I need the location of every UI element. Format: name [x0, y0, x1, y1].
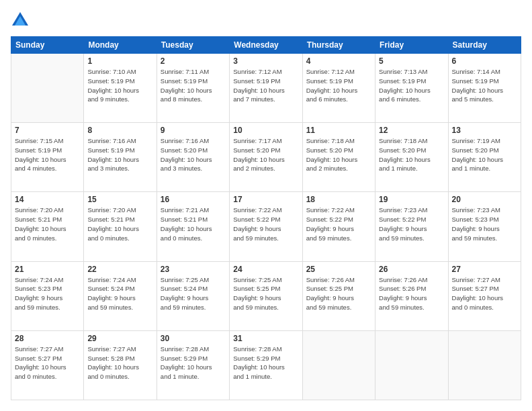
week-row-3: 14Sunrise: 7:20 AMSunset: 5:21 PMDayligh… — [11, 192, 521, 261]
day-info: Sunrise: 7:20 AMSunset: 5:21 PMDaylight:… — [87, 205, 152, 242]
day-number: 5 — [379, 56, 444, 66]
weekday-header-row: SundayMondayTuesdayWednesdayThursdayFrid… — [11, 37, 521, 54]
day-info: Sunrise: 7:24 AMSunset: 5:24 PMDaylight:… — [87, 275, 152, 312]
week-row-5: 28Sunrise: 7:27 AMSunset: 5:27 PMDayligh… — [11, 330, 521, 400]
day-info: Sunrise: 7:26 AMSunset: 5:26 PMDaylight:… — [379, 275, 444, 312]
day-info: Sunrise: 7:12 AMSunset: 5:19 PMDaylight:… — [306, 67, 371, 104]
calendar-cell: 6Sunrise: 7:14 AMSunset: 5:19 PMDaylight… — [448, 54, 521, 123]
day-info: Sunrise: 7:12 AMSunset: 5:19 PMDaylight:… — [233, 67, 298, 104]
calendar-cell: 15Sunrise: 7:20 AMSunset: 5:21 PMDayligh… — [84, 192, 157, 261]
calendar-cell: 25Sunrise: 7:26 AMSunset: 5:25 PMDayligh… — [302, 261, 375, 330]
day-number: 30 — [161, 334, 226, 343]
calendar-cell: 1Sunrise: 7:10 AMSunset: 5:19 PMDaylight… — [84, 54, 157, 123]
day-info: Sunrise: 7:27 AMSunset: 5:27 PMDaylight:… — [15, 345, 80, 381]
day-info: Sunrise: 7:21 AMSunset: 5:21 PMDaylight:… — [161, 205, 226, 242]
day-number: 24 — [233, 265, 298, 274]
calendar-cell: 30Sunrise: 7:28 AMSunset: 5:29 PMDayligh… — [157, 330, 229, 400]
day-number: 29 — [87, 334, 152, 343]
calendar-cell: 29Sunrise: 7:27 AMSunset: 5:28 PMDayligh… — [84, 330, 157, 400]
day-number: 31 — [233, 334, 298, 343]
day-info: Sunrise: 7:28 AMSunset: 5:29 PMDaylight:… — [161, 345, 226, 381]
day-info: Sunrise: 7:10 AMSunset: 5:19 PMDaylight:… — [87, 67, 152, 104]
day-info: Sunrise: 7:27 AMSunset: 5:27 PMDaylight:… — [452, 275, 517, 312]
day-info: Sunrise: 7:13 AMSunset: 5:19 PMDaylight:… — [379, 67, 444, 104]
calendar-cell: 10Sunrise: 7:17 AMSunset: 5:20 PMDayligh… — [230, 123, 302, 192]
day-number: 22 — [87, 265, 152, 274]
day-number: 15 — [87, 195, 152, 204]
day-number: 1 — [87, 56, 152, 66]
calendar-cell: 11Sunrise: 7:18 AMSunset: 5:20 PMDayligh… — [302, 123, 375, 192]
weekday-header-sunday: Sunday — [11, 37, 84, 54]
weekday-header-friday: Friday — [375, 37, 448, 54]
day-number: 17 — [233, 195, 298, 204]
day-number: 11 — [306, 126, 371, 135]
day-number: 8 — [87, 126, 152, 135]
day-number: 7 — [15, 126, 80, 135]
day-info: Sunrise: 7:26 AMSunset: 5:25 PMDaylight:… — [306, 275, 371, 312]
day-info: Sunrise: 7:16 AMSunset: 5:20 PMDaylight:… — [161, 136, 226, 173]
day-info: Sunrise: 7:18 AMSunset: 5:20 PMDaylight:… — [306, 136, 371, 173]
weekday-header-thursday: Thursday — [302, 37, 375, 54]
calendar-cell: 3Sunrise: 7:12 AMSunset: 5:19 PMDaylight… — [230, 54, 302, 123]
page: SundayMondayTuesdayWednesdayThursdayFrid… — [0, 0, 532, 411]
day-number: 13 — [452, 126, 517, 135]
calendar-cell — [11, 54, 84, 123]
calendar-cell: 19Sunrise: 7:23 AMSunset: 5:22 PMDayligh… — [375, 192, 448, 261]
day-number: 12 — [379, 126, 444, 135]
calendar-table: SundayMondayTuesdayWednesdayThursdayFrid… — [11, 36, 521, 400]
calendar-cell: 22Sunrise: 7:24 AMSunset: 5:24 PMDayligh… — [84, 261, 157, 330]
week-row-2: 7Sunrise: 7:15 AMSunset: 5:19 PMDaylight… — [11, 123, 521, 192]
day-info: Sunrise: 7:25 AMSunset: 5:24 PMDaylight:… — [161, 275, 226, 312]
calendar-cell: 13Sunrise: 7:19 AMSunset: 5:20 PMDayligh… — [448, 123, 521, 192]
day-number: 14 — [15, 195, 80, 204]
day-number: 9 — [161, 126, 226, 135]
logo — [11, 11, 32, 30]
day-number: 18 — [306, 195, 371, 204]
day-number: 27 — [452, 265, 517, 274]
weekday-header-monday: Monday — [84, 37, 157, 54]
day-info: Sunrise: 7:18 AMSunset: 5:20 PMDaylight:… — [379, 136, 444, 173]
day-info: Sunrise: 7:28 AMSunset: 5:29 PMDaylight:… — [233, 345, 298, 381]
calendar-cell: 27Sunrise: 7:27 AMSunset: 5:27 PMDayligh… — [448, 261, 521, 330]
day-number: 4 — [306, 56, 371, 66]
day-number: 19 — [379, 195, 444, 204]
header — [11, 11, 521, 30]
calendar-cell: 14Sunrise: 7:20 AMSunset: 5:21 PMDayligh… — [11, 192, 84, 261]
day-info: Sunrise: 7:11 AMSunset: 5:19 PMDaylight:… — [161, 67, 226, 104]
calendar-cell — [302, 330, 375, 400]
calendar-cell: 21Sunrise: 7:24 AMSunset: 5:23 PMDayligh… — [11, 261, 84, 330]
weekday-header-tuesday: Tuesday — [157, 37, 229, 54]
day-number: 6 — [452, 56, 517, 66]
calendar-cell: 20Sunrise: 7:23 AMSunset: 5:23 PMDayligh… — [448, 192, 521, 261]
calendar-cell: 4Sunrise: 7:12 AMSunset: 5:19 PMDaylight… — [302, 54, 375, 123]
day-number: 26 — [379, 265, 444, 274]
calendar-cell — [448, 330, 521, 400]
day-number: 23 — [161, 265, 226, 274]
weekday-header-saturday: Saturday — [448, 37, 521, 54]
day-info: Sunrise: 7:17 AMSunset: 5:20 PMDaylight:… — [233, 136, 298, 173]
day-number: 21 — [15, 265, 80, 274]
calendar-cell: 24Sunrise: 7:25 AMSunset: 5:25 PMDayligh… — [230, 261, 302, 330]
calendar-cell: 26Sunrise: 7:26 AMSunset: 5:26 PMDayligh… — [375, 261, 448, 330]
calendar-cell: 5Sunrise: 7:13 AMSunset: 5:19 PMDaylight… — [375, 54, 448, 123]
calendar-cell: 16Sunrise: 7:21 AMSunset: 5:21 PMDayligh… — [157, 192, 229, 261]
day-number: 25 — [306, 265, 371, 274]
day-info: Sunrise: 7:14 AMSunset: 5:19 PMDaylight:… — [452, 67, 517, 104]
day-info: Sunrise: 7:22 AMSunset: 5:22 PMDaylight:… — [306, 205, 371, 242]
day-number: 10 — [233, 126, 298, 135]
calendar-cell: 18Sunrise: 7:22 AMSunset: 5:22 PMDayligh… — [302, 192, 375, 261]
calendar-cell: 17Sunrise: 7:22 AMSunset: 5:22 PMDayligh… — [230, 192, 302, 261]
calendar-cell: 9Sunrise: 7:16 AMSunset: 5:20 PMDaylight… — [157, 123, 229, 192]
day-info: Sunrise: 7:27 AMSunset: 5:28 PMDaylight:… — [87, 345, 152, 381]
calendar-cell: 7Sunrise: 7:15 AMSunset: 5:19 PMDaylight… — [11, 123, 84, 192]
day-number: 28 — [15, 334, 80, 343]
day-info: Sunrise: 7:19 AMSunset: 5:20 PMDaylight:… — [452, 136, 517, 173]
day-number: 20 — [452, 195, 517, 204]
day-info: Sunrise: 7:22 AMSunset: 5:22 PMDaylight:… — [233, 205, 298, 242]
weekday-header-wednesday: Wednesday — [230, 37, 302, 54]
calendar-cell: 23Sunrise: 7:25 AMSunset: 5:24 PMDayligh… — [157, 261, 229, 330]
day-number: 3 — [233, 56, 298, 66]
day-info: Sunrise: 7:15 AMSunset: 5:19 PMDaylight:… — [15, 136, 80, 173]
day-info: Sunrise: 7:23 AMSunset: 5:22 PMDaylight:… — [379, 205, 444, 242]
day-number: 2 — [161, 56, 226, 66]
